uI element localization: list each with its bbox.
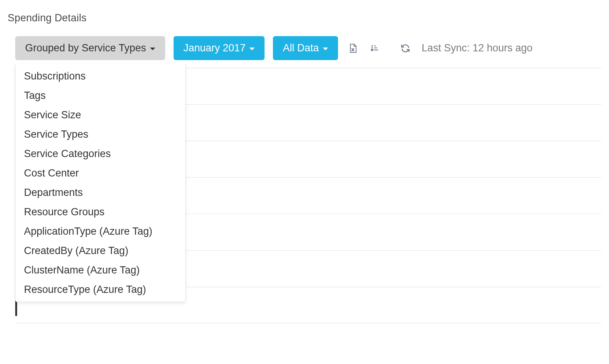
export-excel-icon[interactable] (346, 42, 359, 55)
group-by-button[interactable]: Grouped by Service Types (15, 36, 165, 60)
last-sync-label: Last Sync: 12 hours ago (422, 42, 532, 54)
toolbar: Grouped by Service Types January 2017 Al… (8, 33, 601, 68)
period-label: January 2017 (183, 42, 246, 54)
menu-item-tags[interactable]: Tags (16, 86, 185, 105)
page-title: Spending Details (8, 0, 601, 33)
menu-item-resourcetype[interactable]: ResourceType (Azure Tag) (16, 280, 185, 299)
period-button[interactable]: January 2017 (174, 36, 265, 60)
caret-down-icon (249, 48, 255, 50)
menu-item-service-size[interactable]: Service Size (16, 105, 185, 125)
group-by-menu: Subscriptions Tags Service Size Service … (15, 64, 186, 302)
menu-item-service-types[interactable]: Service Types (16, 125, 185, 144)
menu-item-subscriptions[interactable]: Subscriptions (16, 67, 185, 86)
sort-amount-icon[interactable] (368, 42, 381, 55)
menu-item-resource-groups[interactable]: Resource Groups (16, 202, 185, 222)
menu-item-cost-center[interactable]: Cost Center (16, 164, 185, 183)
scope-button[interactable]: All Data (273, 36, 338, 60)
menu-item-departments[interactable]: Departments (16, 183, 185, 202)
caret-down-icon (323, 48, 328, 50)
menu-item-createdby[interactable]: CreatedBy (Azure Tag) (16, 241, 185, 261)
menu-item-clustername[interactable]: ClusterName (Azure Tag) (16, 261, 185, 280)
caret-down-icon (150, 48, 155, 50)
menu-item-applicationtype[interactable]: ApplicationType (Azure Tag) (16, 222, 185, 241)
group-by-label: Grouped by Service Types (25, 42, 146, 54)
menu-item-service-categories[interactable]: Service Categories (16, 144, 185, 164)
refresh-icon[interactable] (399, 42, 412, 55)
scope-label: All Data (283, 42, 319, 54)
